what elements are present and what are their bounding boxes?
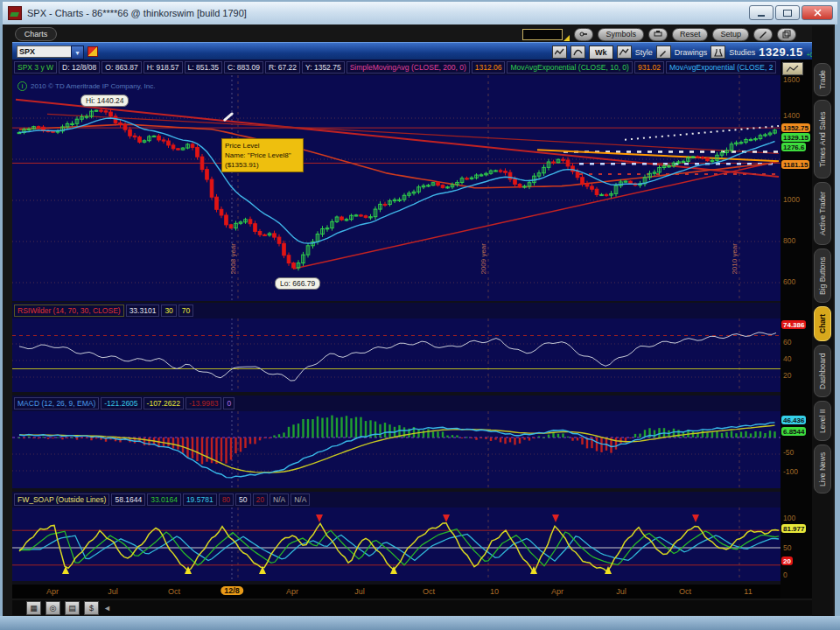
macd-bubble-value: 46.436 (781, 416, 806, 424)
close-button[interactable] (802, 5, 833, 20)
time-label: Jul (616, 587, 626, 596)
axis-tick: 0 (783, 570, 788, 579)
rsi-oversold: 30 (161, 304, 176, 317)
hi-label: Hi: 1440.24 (80, 94, 129, 107)
chart-settings-icon[interactable] (570, 46, 585, 59)
grid-layout-icon[interactable]: ▦ (26, 601, 41, 615)
time-label: 10 (490, 587, 499, 596)
tab-charts[interactable]: Charts (15, 27, 57, 41)
time-label: Jul (108, 587, 118, 596)
rsi-canvas[interactable] (12, 318, 780, 392)
axis-tick: 1400 (783, 111, 800, 120)
year-label-2008: 2008 year (229, 243, 237, 275)
study-ema10-value: 931.02 (634, 61, 664, 74)
price-axis[interactable]: 1600 1400 1352.75 1329.15 1276.6 1181.15… (780, 60, 812, 598)
fw-v7: N/A (270, 494, 289, 506)
edit-button[interactable] (753, 28, 773, 41)
zigzag-icon (555, 48, 564, 56)
macd-diff: -13.9983 (186, 397, 222, 410)
price-level-tooltip: Price Level Name: "Price Level8" ($1353.… (221, 138, 304, 172)
style-icon[interactable] (617, 46, 632, 59)
time-label-selected: 12/8 (220, 586, 243, 595)
time-label: Oct (423, 587, 435, 596)
fw-v4: 80 (219, 494, 234, 506)
time-label: Jul (354, 587, 365, 596)
scroll-left-arrow[interactable]: ◄ (103, 604, 111, 612)
wrench-button[interactable] (574, 28, 593, 41)
drawings-button[interactable]: Drawings (675, 48, 708, 57)
chart-mode-icon[interactable] (552, 46, 567, 59)
top-toolbar: Symbols Reset Setup (522, 27, 796, 41)
symbol-period-label: SPX 3 y W (14, 61, 57, 74)
sidebar-tab-active-trader[interactable]: Active Trader (814, 182, 831, 245)
drawing-color-swatch[interactable] (522, 29, 563, 40)
studies-button[interactable]: Studies (729, 48, 755, 57)
macd-canvas[interactable] (12, 411, 780, 488)
axis-tick: 20 (783, 371, 791, 380)
setup-button[interactable]: Setup (712, 28, 749, 41)
chart-region: SPX 3 y W D: 12/8/08 O: 863.87 H: 918.57… (12, 60, 780, 598)
tooltip-line1: Price Level (225, 141, 300, 150)
tooltip-line3: ($1353.91) (225, 160, 300, 170)
main-chart-canvas[interactable] (12, 75, 780, 301)
axis-tick: 100 (783, 514, 795, 522)
dollar-icon[interactable]: $ (84, 601, 99, 615)
symbol-dropdown[interactable]: ▼ (71, 46, 84, 60)
time-label: Apr (46, 587, 59, 596)
duplicate-button[interactable] (777, 28, 796, 41)
drawings-icon-button[interactable] (656, 46, 671, 59)
pencil-icon (759, 30, 767, 38)
copyright: i 2010 © TD Ameritrade IP Company, Inc. (18, 81, 155, 91)
sidebar-tab-trade[interactable]: Trade (814, 63, 831, 96)
time-label: Apr (286, 587, 298, 596)
fw-soap-canvas[interactable] (12, 508, 780, 581)
tooltip-line2: Name: "Price Level8" (225, 150, 300, 160)
time-label: Oct (168, 587, 180, 596)
zoom-icon[interactable]: ◎ (46, 601, 60, 615)
axis-tick: -50 (783, 448, 794, 457)
rsi-title: RSIWilder (14, 70, 30, CLOSE) (14, 304, 124, 317)
sidebar-tab-chart[interactable]: Chart (814, 306, 831, 341)
reset-button[interactable]: Reset (672, 28, 709, 41)
y-value: Y: 1352.75 (302, 61, 345, 74)
sidebar-tab-level-ii[interactable]: Level II (814, 401, 831, 441)
price-bubble-ema: 1276.6 (781, 143, 806, 151)
macd-bubble-diff: 6.8544 (781, 427, 806, 436)
fw-v2: 33.0164 (147, 494, 181, 506)
fw-bubble-low: 20 (781, 556, 793, 565)
macd-title: MACD (12, 26, 9, EMA) (14, 397, 99, 410)
rsi-header: RSIWilder (14, 70, 30, CLOSE) 33.3101 30… (12, 303, 780, 318)
cells-icon[interactable]: ▤ (65, 601, 80, 615)
sidebar-tab-live-news[interactable]: Live News (814, 444, 831, 494)
timeframe-button[interactable]: Wk (589, 46, 613, 60)
axis-tick: 40 (783, 354, 791, 363)
sidebar-tab-big-buttons[interactable]: Big Buttons (814, 248, 831, 303)
printer-icon (654, 31, 662, 38)
beaker-icon (714, 48, 723, 57)
sidebar-tab-dashboard[interactable]: Dashboard (814, 345, 831, 397)
study-sma-value: 1312.06 (472, 61, 506, 74)
sidebar-tab-times-and-sales[interactable]: Times And Sales (814, 100, 831, 178)
axis-tick: 1600 (783, 75, 800, 84)
flag-icon[interactable] (88, 46, 98, 57)
macd-zero: 0 (223, 397, 234, 410)
window-title: SPX - Charts - 86****66 @ thinkorswim [b… (27, 8, 247, 18)
symbol-input[interactable] (17, 46, 73, 58)
style-button[interactable]: Style (635, 48, 653, 57)
open-value: O: 863.87 (102, 61, 141, 74)
detach-button[interactable] (648, 28, 668, 41)
minimize-button[interactable] (749, 5, 774, 20)
chart-toolbar: ▼ Wk Style Drawings Studies 1329.15 (12, 42, 833, 61)
study-ema10-label: MovAvgExponential (CLOSE, 10, 0) (507, 61, 632, 74)
price-bubble-level: 1352.75 (781, 123, 810, 132)
price-bubble-support: 1181.15 (781, 160, 809, 169)
rsi-bubble: 74.386 (781, 320, 806, 329)
maximize-button[interactable] (775, 5, 800, 20)
last-price: 1329.15 (759, 46, 803, 59)
copyright-text: 2010 © TD Ameritrade IP Company, Inc. (31, 82, 155, 90)
studies-icon-button[interactable] (710, 46, 725, 59)
window: SPX - Charts - 86****66 @ thinkorswim [b… (0, 0, 840, 630)
fw-v1: 58.1644 (111, 494, 145, 506)
axis-settings-icon[interactable] (782, 62, 803, 75)
symbols-button[interactable]: Symbols (598, 28, 644, 41)
